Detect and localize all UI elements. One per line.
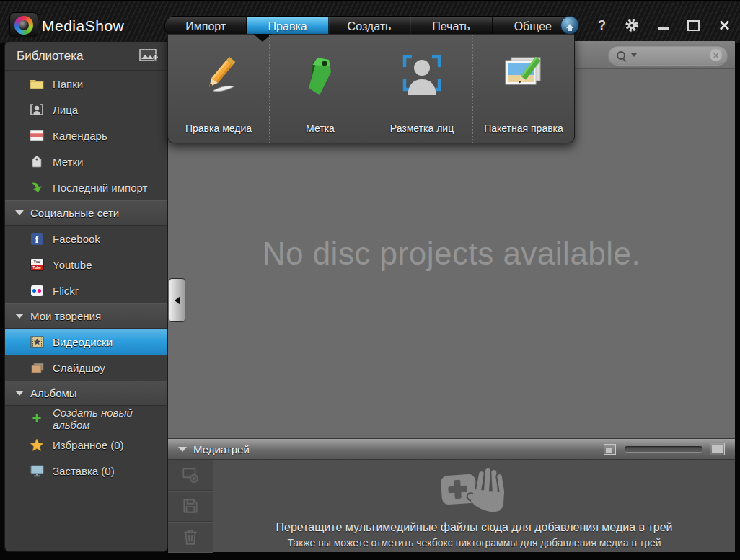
sidebar-item-faces[interactable]: Лица bbox=[5, 97, 167, 123]
sidebar-item-folders[interactable]: Папки bbox=[5, 71, 167, 97]
upgrade-icon[interactable] bbox=[560, 16, 579, 35]
minimize-button[interactable] bbox=[658, 27, 669, 30]
library-header: Библиотека bbox=[5, 42, 167, 71]
drop-hint-line2: Также вы можете отметить чекбокс пиктогр… bbox=[287, 537, 661, 548]
library-title: Библиотека bbox=[17, 49, 83, 63]
menu-item-edit-media[interactable]: Правка медиа bbox=[168, 35, 269, 143]
slideshow-icon bbox=[30, 360, 44, 375]
tag-icon bbox=[30, 154, 44, 169]
sidebar-item-video-discs[interactable]: Видеодиски bbox=[5, 329, 167, 355]
import-icon bbox=[30, 180, 44, 195]
tray-clear-button[interactable] bbox=[168, 522, 213, 552]
search-input[interactable] bbox=[640, 49, 707, 61]
drop-hint-line1: Перетащите мультимедийные файлы сюда для… bbox=[276, 521, 673, 534]
edit-menu-panel: Правка медиа Метка Разметка лиц bbox=[167, 34, 575, 143]
sidebar-section-social[interactable]: Социальные сети bbox=[5, 200, 167, 226]
chevron-left-icon bbox=[175, 296, 180, 305]
tab-edit[interactable]: Правка bbox=[247, 17, 328, 36]
video-discs-icon bbox=[30, 334, 44, 349]
maximize-button[interactable] bbox=[687, 20, 700, 31]
face-tag-icon bbox=[399, 53, 445, 101]
media-tray: Перетащите мультимедийные файлы сюда для… bbox=[168, 460, 735, 552]
media-tray-bar[interactable]: Медиатрей bbox=[168, 438, 735, 460]
sidebar-item-slideshow[interactable]: Слайдшоу bbox=[5, 355, 167, 381]
media-tray-title: Медиатрей bbox=[193, 443, 250, 455]
menu-item-batch-edit[interactable]: Пакетная правка bbox=[472, 35, 574, 143]
sidebar-item-facebook[interactable]: f Facebook bbox=[5, 226, 167, 252]
plus-icon: + bbox=[30, 412, 44, 426]
sidebar-item-youtube[interactable]: You Tube Youtube bbox=[5, 252, 167, 277]
tab-create[interactable]: Создать bbox=[329, 17, 410, 36]
thumbnail-size-slider[interactable] bbox=[625, 446, 702, 452]
screen-icon bbox=[30, 463, 44, 478]
chevron-down-icon bbox=[15, 314, 24, 319]
sidebar-collapse-handle[interactable] bbox=[169, 278, 185, 322]
window-controls: ? bbox=[560, 14, 730, 36]
sidebar-item-tags[interactable]: Метки bbox=[5, 148, 167, 174]
youtube-icon: You Tube bbox=[30, 257, 44, 272]
search-filter-caret-icon[interactable] bbox=[631, 53, 637, 57]
sidebar-item-create-album[interactable]: + Создать новый альбом bbox=[5, 406, 167, 432]
search-clear-icon[interactable]: × bbox=[710, 49, 722, 61]
zoom-in-icon[interactable] bbox=[710, 443, 725, 455]
faces-icon bbox=[30, 102, 44, 117]
menu-item-tag[interactable]: Метка bbox=[269, 35, 371, 143]
sidebar-section-albums[interactable]: Альбомы bbox=[5, 381, 167, 406]
sidebar-item-screensaver[interactable]: Заставка (0) bbox=[5, 458, 167, 484]
app-title: MediaShow bbox=[42, 17, 124, 35]
flickr-icon bbox=[30, 283, 44, 298]
tray-save-button[interactable] bbox=[168, 491, 213, 522]
drag-drop-hand-icon bbox=[437, 466, 512, 514]
empty-state-message: No disc projects available. bbox=[263, 236, 641, 272]
chevron-down-icon bbox=[15, 391, 24, 396]
zoom-out-icon[interactable] bbox=[604, 444, 616, 455]
tray-collapse-icon[interactable] bbox=[178, 447, 187, 452]
search-icon bbox=[617, 51, 625, 60]
sidebar-item-favorites[interactable]: Избранное (0) bbox=[5, 432, 167, 458]
mediashow-swirl-icon bbox=[14, 16, 33, 35]
batch-edit-icon bbox=[498, 53, 549, 101]
tab-import[interactable]: Импорт bbox=[165, 17, 247, 36]
sidebar-section-my-creations[interactable]: Мои творения bbox=[5, 303, 167, 329]
sidebar-item-latest-import[interactable]: Последний импорт bbox=[5, 174, 167, 200]
search-box[interactable]: × bbox=[608, 45, 728, 65]
tray-preview-button[interactable] bbox=[168, 460, 213, 491]
tray-button-column bbox=[168, 460, 213, 552]
help-button[interactable]: ? bbox=[598, 18, 606, 33]
folder-icon bbox=[30, 76, 44, 91]
media-drop-zone[interactable]: Перетащите мультимедийные файлы сюда для… bbox=[213, 460, 735, 552]
facebook-icon: f bbox=[30, 231, 44, 246]
close-button[interactable] bbox=[718, 19, 730, 31]
tab-print[interactable]: Печать bbox=[410, 17, 492, 36]
green-tag-icon bbox=[297, 53, 343, 102]
calendar-icon bbox=[30, 128, 44, 143]
pencil-edit-icon bbox=[193, 53, 245, 102]
app-logo-icon bbox=[9, 12, 38, 37]
add-media-icon[interactable] bbox=[139, 48, 159, 63]
chevron-down-icon bbox=[15, 210, 24, 215]
library-sidebar: Библиотека Папки Лица Календарь Метки bbox=[4, 41, 168, 552]
gear-icon[interactable] bbox=[625, 18, 639, 32]
star-icon bbox=[30, 437, 44, 452]
sidebar-item-calendar[interactable]: Календарь bbox=[5, 123, 167, 148]
sidebar-item-flickr[interactable]: Flickr bbox=[5, 277, 167, 303]
menu-item-face-tagging[interactable]: Разметка лиц bbox=[371, 35, 472, 143]
